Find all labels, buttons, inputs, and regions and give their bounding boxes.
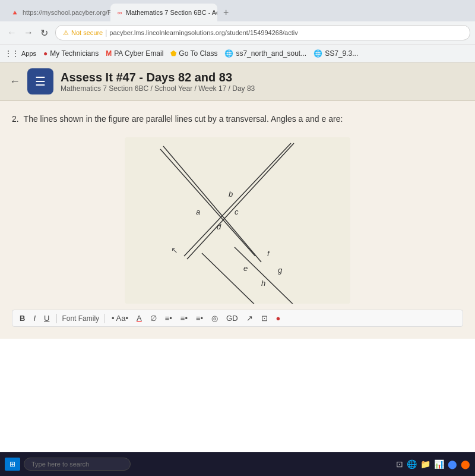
technicians-icon: ●: [43, 49, 48, 58]
ss79-label: SS7_9.3...: [325, 49, 358, 58]
tab-label-2: Mathematics 7 Section 6BC - Act: [126, 9, 217, 16]
label-b: b: [229, 190, 233, 198]
label-h: h: [261, 279, 265, 288]
tab-add-button[interactable]: +: [220, 6, 232, 19]
bold-button[interactable]: B: [17, 313, 27, 324]
link-button[interactable]: ∅: [148, 313, 159, 324]
paemail-icon: M: [106, 49, 112, 58]
page-content: ← ☰ Assess It #47 - Days 82 and 83 Mathe…: [0, 62, 475, 339]
figure-area: b a c d f e g h ↖: [125, 137, 350, 304]
cursor-indicator: ↖: [171, 245, 178, 255]
technicians-label: My Technicians: [50, 49, 99, 58]
label-e: e: [243, 264, 248, 273]
taskbar-circle-icon[interactable]: ⬤: [448, 459, 457, 469]
emoji-button[interactable]: ◎: [209, 313, 220, 324]
forward-button[interactable]: →: [21, 26, 36, 39]
record-button[interactable]: ●: [274, 313, 283, 324]
security-label: Not secure: [71, 29, 103, 36]
apps-label: Apps: [21, 50, 36, 57]
taskbar: ⊞ ⊡ 🌐 📁 📊 ⬤ ⬤: [0, 452, 475, 476]
apps-grid-icon: ⋮⋮: [5, 49, 19, 58]
start-button[interactable]: ⊞: [5, 458, 20, 471]
align-left-button[interactable]: ≡•: [163, 313, 175, 324]
ss7north-icon: 🌐: [224, 49, 233, 58]
image-button[interactable]: ⊡: [259, 313, 270, 324]
course-icon-symbol: ☰: [35, 74, 46, 89]
bookmark-apps[interactable]: ⋮⋮ Apps: [5, 49, 36, 58]
label-a: a: [196, 207, 200, 216]
course-header: ← ☰ Assess It #47 - Days 82 and 83 Mathe…: [0, 62, 475, 101]
tab-bar: 🔺 https://myschool.pacyber.org/FE ✕ ∞ Ma…: [0, 0, 475, 21]
bookmark-ss7north[interactable]: 🌐 ss7_north_and_sout...: [224, 49, 306, 58]
address-separator: |: [105, 29, 107, 37]
course-icon: ☰: [27, 68, 53, 94]
url-text: pacyber.lms.lincolnlearningsolutions.org…: [109, 29, 297, 36]
italic-button[interactable]: I: [31, 313, 38, 324]
label-d: d: [217, 222, 221, 231]
indent-button[interactable]: ≡•: [194, 313, 205, 324]
paemail-label: PA Cyber Email: [114, 49, 163, 58]
question-text: 2. The lines shown in the figure are par…: [12, 113, 463, 125]
main-area: 2. The lines shown in the figure are par…: [0, 101, 475, 339]
ss79-icon: 🌐: [314, 49, 322, 58]
svg-rect-0: [125, 137, 350, 304]
label-g: g: [278, 266, 283, 275]
course-info: Assess It #47 - Days 82 and 83 Mathemati…: [61, 71, 255, 93]
course-subtitle: Mathematics 7 Section 6BC / School Year …: [61, 84, 255, 93]
question-number: 2.: [12, 114, 19, 124]
taskbar-file-icon[interactable]: ⊡: [396, 459, 403, 469]
tab-label-1: https://myschool.pacyber.org/FE: [23, 9, 110, 16]
course-title: Assess It #47 - Days 82 and 83: [61, 71, 255, 84]
security-icon: ⚠: [63, 29, 69, 37]
address-input[interactable]: ⚠ Not secure | pacyber.lms.lincolnlearni…: [55, 25, 470, 40]
editor-toolbar: B I U Font Family • Aa• A ∅ ≡• ≡• ≡• ◎ G…: [12, 310, 463, 327]
tab-icon-1: 🔺: [11, 9, 19, 17]
tab-active-2[interactable]: ∞ Mathematics 7 Section 6BC - Act ✕: [110, 4, 217, 21]
font-family-selector[interactable]: Font Family: [62, 314, 99, 323]
gotoclass-icon: ⬟: [170, 49, 176, 58]
nav-buttons: ← → ↻: [5, 26, 50, 40]
go-button[interactable]: GD: [224, 313, 240, 324]
bookmark-paemail[interactable]: M PA Cyber Email: [106, 49, 163, 58]
browser-chrome: 🔺 https://myschool.pacyber.org/FE ✕ ∞ Ma…: [0, 0, 475, 62]
tab-inactive-1[interactable]: 🔺 https://myschool.pacyber.org/FE ✕: [4, 4, 110, 21]
bookmark-technicians[interactable]: ● My Technicians: [43, 49, 99, 58]
browser-window: 🔺 https://myschool.pacyber.org/FE ✕ ∞ Ma…: [0, 0, 475, 476]
label-c: c: [235, 207, 239, 216]
font-color-button[interactable]: A: [134, 313, 144, 324]
ss7north-label: ss7_north_and_sout...: [236, 49, 306, 58]
taskbar-folder-icon[interactable]: 📁: [420, 459, 430, 469]
underline-button[interactable]: U: [42, 313, 52, 324]
bookmark-ss79[interactable]: 🌐 SS7_9.3...: [314, 49, 358, 58]
back-course-button[interactable]: ←: [10, 75, 20, 88]
tab-icon-2: ∞: [118, 9, 122, 16]
gotoclass-label: Go To Class: [179, 49, 217, 58]
bookmarks-bar: ⋮⋮ Apps ● My Technicians M PA Cyber Emai…: [0, 44, 475, 62]
geometry-figure: b a c d f e g h ↖: [125, 137, 350, 304]
back-button[interactable]: ←: [5, 26, 19, 39]
toolbar-sep-2: [104, 314, 104, 323]
taskbar-circle2-icon[interactable]: ⬤: [461, 459, 470, 469]
toolbar-sep-1: [56, 314, 57, 323]
taskbar-search[interactable]: [24, 458, 131, 471]
list-button[interactable]: ≡•: [178, 313, 190, 324]
bookmark-gotoclass[interactable]: ⬟ Go To Class: [170, 49, 217, 58]
expand-button[interactable]: ↗: [244, 313, 255, 324]
taskbar-globe-icon[interactable]: 🌐: [407, 459, 417, 469]
reload-button[interactable]: ↻: [38, 26, 50, 40]
address-bar: ← → ↻ ⚠ Not secure | pacyber.lms.lincoln…: [0, 21, 475, 44]
question-body: The lines shown in the figure are parall…: [24, 114, 343, 124]
taskbar-chart-icon[interactable]: 📊: [434, 459, 444, 469]
font-size-button[interactable]: • Aa•: [109, 313, 131, 324]
